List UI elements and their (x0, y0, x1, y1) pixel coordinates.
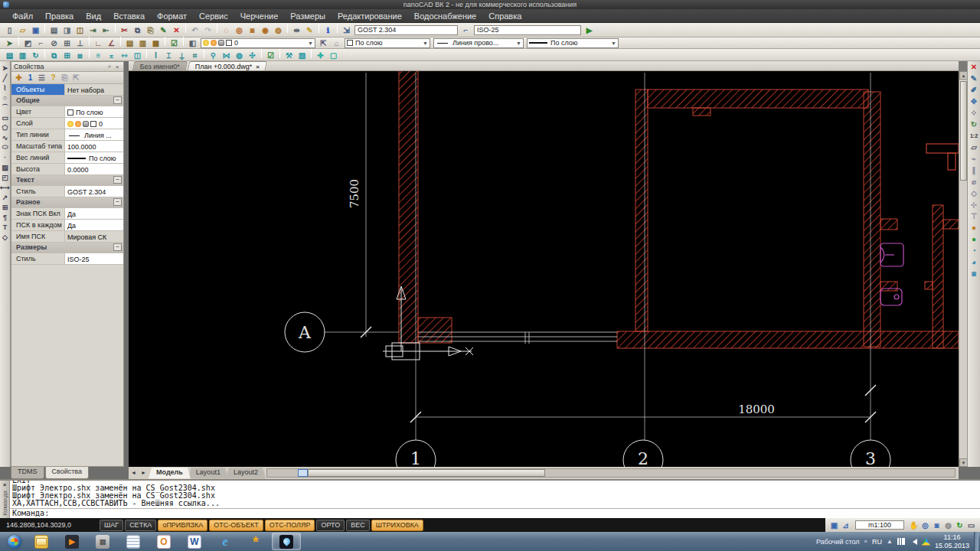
grid-icon[interactable]: ⁘ (969, 107, 980, 119)
table-tool-icon[interactable]: ⊞ (0, 202, 10, 212)
pan-hand-icon[interactable]: ✋ (908, 520, 920, 530)
sheet-icon[interactable]: ▱ (969, 142, 980, 153)
collapse-icon[interactable]: − (113, 176, 122, 184)
pan-icon[interactable]: ⇹ (290, 25, 303, 36)
run-icon[interactable]: ▶ (583, 24, 596, 35)
snap-endpoint-icon[interactable]: ⌐ (34, 38, 47, 49)
tray-expand-icon[interactable]: ▲ (887, 538, 893, 545)
vk-db-edit-icon[interactable]: ▥ (16, 50, 29, 60)
zoom-in-icon[interactable]: ◎ (233, 25, 246, 36)
document-tab[interactable]: План +0.000.dwg*× (188, 61, 268, 70)
text-tool-icon[interactable]: T (0, 222, 10, 232)
photo-app[interactable]: * (241, 533, 270, 550)
help-icon[interactable]: ? (47, 73, 59, 83)
property-value[interactable]: По слою (65, 152, 123, 163)
copy-properties-icon[interactable]: ✎ (157, 25, 170, 36)
horizontal-scrollbar[interactable] (266, 468, 956, 478)
save-icon[interactable]: ▣ (29, 25, 42, 36)
viewport-lock-icon[interactable]: ▣ (828, 520, 840, 530)
snap-intersection-icon[interactable]: ⊞ (60, 38, 74, 49)
fax-app[interactable]: ▤ (88, 533, 117, 550)
open-file-icon[interactable]: ▱ (16, 25, 29, 36)
zoom-window-icon[interactable]: ◙ (246, 25, 259, 36)
chevron-icon[interactable]: » (864, 538, 867, 545)
zoom-all-icon[interactable]: ◉ (259, 25, 272, 36)
property-row[interactable]: ПСК в каждом ...Да (11, 220, 123, 231)
word-app[interactable]: W (180, 533, 209, 550)
wall-entities[interactable] (399, 71, 959, 348)
block-tool-icon[interactable]: ◇ (0, 232, 10, 242)
property-row[interactable]: Высота0.0000 (11, 164, 123, 175)
snap-perpendicular-icon[interactable]: ⊥ (74, 38, 87, 49)
media-player-app[interactable]: ▶ (57, 533, 87, 550)
snap-settings-icon[interactable]: ◩ (21, 38, 34, 49)
line-tool-icon[interactable]: ╱ (0, 73, 10, 83)
zoom-window2-icon[interactable]: ◙ (931, 520, 942, 530)
make-layer-current-icon[interactable]: ⇱ (317, 37, 330, 48)
snap-ext-icon[interactable]: ⌁ (969, 153, 980, 165)
command-history[interactable]: ЕХITШрифт Электро.shx заменён на CS_Gost… (10, 481, 980, 508)
circle-tool-icon[interactable]: ○ (0, 93, 10, 103)
property-row[interactable]: Тип линииЛиния ... (11, 129, 123, 141)
scale-field[interactable]: m1:100 (855, 520, 904, 530)
menu-черчение[interactable]: Черчение (234, 10, 285, 22)
layer-prev-icon[interactable]: ▦ (149, 38, 162, 49)
explorer-app[interactable] (27, 533, 56, 550)
shade-sphere-icon[interactable]: ● (969, 233, 980, 245)
export-props-icon[interactable]: ⇱ (70, 73, 82, 83)
polyline-tool-icon[interactable]: ⌇ (0, 83, 10, 93)
toggle-отс-объект[interactable]: ОТС-ОБЪЕКТ (209, 520, 263, 531)
property-value[interactable]: 100.0000 (65, 141, 123, 152)
collapse-icon[interactable]: − (113, 96, 122, 104)
menu-формат[interactable]: Формат (151, 10, 193, 22)
menu-правка[interactable]: Правка (39, 10, 80, 22)
ortho-icon[interactable]: ∟ (92, 38, 105, 49)
duct-outline[interactable] (926, 144, 959, 170)
menu-сервис[interactable]: Сервис (193, 10, 234, 22)
properties-panel-titlebar[interactable]: Свойства ⌕ × (11, 62, 123, 72)
cut-icon[interactable]: ✂ (118, 25, 131, 36)
plumbing-fixtures[interactable] (880, 243, 903, 305)
text-style-field[interactable]: GOST 2.304 (354, 25, 458, 35)
vk-section-icon[interactable]: ⌗ (188, 51, 201, 61)
wireframe-icon[interactable]: ◔ (969, 245, 980, 256)
copy-icon[interactable]: ⧉ (131, 25, 144, 36)
property-value[interactable]: Мировая СК (65, 231, 123, 242)
import-icon[interactable]: ⇥ (87, 25, 100, 36)
toggle-шаг[interactable]: ШАГ (100, 520, 123, 531)
vk-group-icon[interactable]: ⧈ (74, 51, 87, 61)
toggle-орто[interactable]: ОРТО (316, 520, 345, 531)
close-icon[interactable]: × (3, 481, 7, 488)
select-one-icon[interactable]: 1 (24, 73, 36, 83)
vertical-scrollbar[interactable]: ▲ ▼ (959, 71, 967, 467)
ie-app[interactable]: e (211, 533, 240, 550)
door-icon[interactable]: ◧ (186, 38, 199, 49)
property-row[interactable]: ЦветПо слою (11, 106, 123, 118)
vk-settings-icon[interactable]: ⚒ (283, 50, 296, 60)
vk-pipe-icon[interactable]: Ⅰ (149, 50, 162, 60)
close-drawing-icon[interactable]: ✕ (969, 61, 980, 73)
point-tool-icon[interactable]: · (0, 152, 10, 162)
select-tool-icon[interactable]: ➤ (0, 63, 10, 73)
network-icon[interactable] (897, 538, 905, 545)
snap-tan-icon[interactable]: ⌀ (969, 176, 980, 187)
document-tab[interactable]: Без имени0* (132, 61, 188, 70)
dimension-vertical-label[interactable]: 7500 (348, 179, 361, 208)
polygon-tool-icon[interactable]: ⬠ (0, 122, 10, 132)
print-preview-icon[interactable]: ◨ (60, 25, 74, 36)
zoom-extents2-icon[interactable]: ◍ (942, 520, 954, 530)
toggle-опривязка[interactable]: оПРИВЯЗКА (158, 520, 207, 531)
close-tab-icon[interactable]: × (256, 64, 260, 70)
horizontal-scroll-thumb[interactable] (308, 469, 545, 477)
leader-tool-icon[interactable]: ↗ (0, 192, 10, 202)
menu-вставка[interactable]: Вставка (107, 10, 151, 22)
property-value[interactable]: 0 (65, 118, 123, 129)
vk-block-library-icon[interactable]: ⊞ (60, 50, 74, 60)
toggle-штриховка[interactable]: ШТРИХОВКА (371, 520, 423, 531)
export-icon[interactable]: ⇤ (100, 25, 113, 36)
section-header[interactable]: Текст− (11, 175, 123, 186)
undo-icon[interactable]: ↶ (188, 25, 201, 36)
volume-icon[interactable] (910, 539, 917, 545)
publish-icon[interactable]: ◫ (74, 25, 87, 36)
vk-database-icon[interactable]: ▤ (3, 50, 16, 60)
